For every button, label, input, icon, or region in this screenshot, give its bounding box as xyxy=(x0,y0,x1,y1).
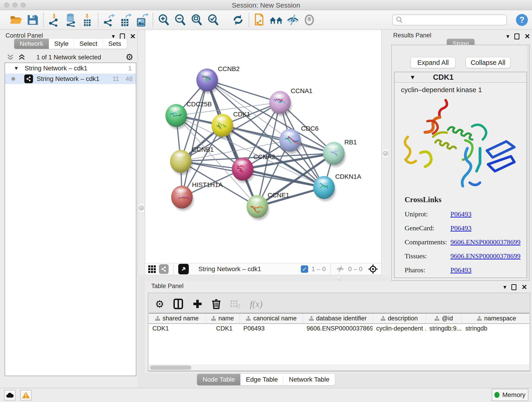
column-header-canonical-name[interactable]: canonical name xyxy=(240,313,303,324)
crosslink-link[interactable]: P06493 xyxy=(450,224,472,232)
table-cell[interactable]: CDK1 xyxy=(205,324,240,333)
share-view-mode-icon[interactable] xyxy=(159,264,169,274)
table-panel: Table Panel ▾ ✕ ⚙ f(x) xyxy=(145,281,532,373)
node-table[interactable]: shared namenamecanonical namedatabase id… xyxy=(149,313,530,365)
results-scrollbar[interactable] xyxy=(527,46,529,280)
node-RB1[interactable]: RB1 xyxy=(323,139,357,167)
table-cell[interactable]: stringdb xyxy=(462,324,530,333)
column-header-database-identifier[interactable]: database identifier xyxy=(303,313,373,324)
zoom-out-button[interactable] xyxy=(172,12,189,28)
table-horizontal-scrollbar[interactable] xyxy=(149,365,530,370)
birdseye-view-icon[interactable] xyxy=(178,264,189,274)
table-cell[interactable]: stringdb:9... xyxy=(426,324,462,333)
selected-checkbox-icon[interactable]: ✓ xyxy=(301,265,308,273)
node-HIST1H1A[interactable]: HIST1H1A xyxy=(171,181,223,211)
tab-style[interactable]: Style xyxy=(49,39,74,49)
memory-button[interactable]: Memory xyxy=(492,389,528,401)
crosslink-link[interactable]: P06493 xyxy=(450,266,472,274)
show-columns-icon[interactable] xyxy=(173,298,183,309)
grid-view-mode-icon[interactable] xyxy=(148,265,156,273)
search-input[interactable] xyxy=(392,14,507,26)
left-splitter-handle[interactable] xyxy=(138,203,145,213)
tab-edge-table[interactable]: Edge Table xyxy=(240,374,283,385)
tab-network[interactable]: Network xyxy=(14,39,49,49)
scrollbar-thumb[interactable] xyxy=(150,366,191,370)
table-panel-menu-caret-icon[interactable]: ▾ xyxy=(503,283,506,291)
save-session-button[interactable] xyxy=(24,12,41,28)
zoom-selected-button[interactable] xyxy=(205,12,222,28)
right-splitter-handle[interactable] xyxy=(382,148,389,158)
network-canvas[interactable]: CCNB2CCNA1CDC25BCDK1CDC6RB1CCNB1CCNA2CDK… xyxy=(145,30,381,263)
table-row[interactable]: CDK1CDK1P064939606.ENSP00000378699cyclin… xyxy=(149,324,530,333)
gene-expand-caret-icon[interactable]: ▼ xyxy=(410,74,416,81)
status-bar: Memory xyxy=(0,388,532,402)
network-row[interactable]: String Network – cdk1 11 48 xyxy=(5,74,136,84)
column-header-name[interactable]: name xyxy=(205,313,240,324)
node-CCNA1[interactable]: CCNA1 xyxy=(269,87,312,116)
string-network-graph[interactable]: CCNB2CCNA1CDC25BCDK1CDC6RB1CCNB1CCNA2CDK… xyxy=(145,30,381,263)
network-panel-gear-icon[interactable]: ⚙ xyxy=(126,52,133,62)
table-cell[interactable]: cyclin-dependent ... xyxy=(373,324,426,333)
left-splitter[interactable] xyxy=(138,30,145,275)
results-panel-float-icon[interactable] xyxy=(514,33,519,39)
export-network-button[interactable] xyxy=(101,12,117,28)
node-CDC25B[interactable]: CDC25B xyxy=(165,101,212,129)
collection-label: String Network – cdk1 xyxy=(25,65,88,72)
tab-node-table[interactable]: Node Table xyxy=(197,374,240,385)
refresh-view-button[interactable] xyxy=(230,12,246,28)
node-CDC6[interactable]: CDC6 xyxy=(279,125,318,154)
collection-expand-caret-icon[interactable]: ▼ xyxy=(14,65,19,71)
string-home-button[interactable] xyxy=(268,12,285,28)
column-header-description[interactable]: description xyxy=(373,313,426,324)
import-table-file-button[interactable] xyxy=(79,12,95,28)
export-image-button[interactable] xyxy=(134,12,150,28)
import-network-file-button[interactable] xyxy=(46,12,63,28)
tab-select[interactable]: Select xyxy=(74,39,103,49)
control-panel-float-icon[interactable] xyxy=(120,33,125,39)
add-column-plus-icon[interactable] xyxy=(192,299,203,309)
collapse-all-button[interactable]: Collapse All xyxy=(466,57,510,68)
table-panel-float-icon[interactable] xyxy=(511,284,516,290)
table-cell[interactable]: P06493 xyxy=(240,324,303,333)
table-settings-gear-icon[interactable]: ⚙ xyxy=(155,298,164,310)
table-cell[interactable]: CDK1 xyxy=(149,324,205,333)
control-panel-close-icon[interactable]: ✕ xyxy=(130,32,136,40)
network-collection-row[interactable]: ▼ String Network – cdk1 1 xyxy=(5,63,136,74)
column-header-namespace[interactable]: namespace xyxy=(462,313,530,324)
results-panel-menu-caret-icon[interactable]: ▾ xyxy=(506,33,509,40)
import-table-icon xyxy=(81,13,94,27)
hidden-eye-slash-icon[interactable] xyxy=(336,265,345,273)
cloud-status-button[interactable] xyxy=(4,390,16,400)
node-CDK1[interactable]: CDK1 xyxy=(211,111,250,139)
column-header-shared-name[interactable]: shared name xyxy=(149,313,205,324)
hide-selected-button[interactable] xyxy=(285,12,301,28)
crosslink-label: Compartments: xyxy=(405,238,450,246)
node-CDKN1A[interactable]: CDKN1A xyxy=(313,173,361,201)
show-all-button[interactable] xyxy=(301,12,317,28)
gene-header-row[interactable]: ▼ CDK1 xyxy=(394,72,526,83)
crosslink-link[interactable]: 9606.ENSP00000378699 xyxy=(450,238,520,246)
open-session-button[interactable] xyxy=(8,12,24,28)
right-splitter[interactable] xyxy=(381,30,389,281)
edge-CCNB2-HIST1H1A[interactable] xyxy=(182,80,207,197)
edge-CCNA2-CDKN1A[interactable] xyxy=(243,169,324,187)
window-title: Session: New Session xyxy=(0,1,532,9)
tab-sets[interactable]: Sets xyxy=(103,39,127,49)
import-network-database-button[interactable] xyxy=(63,12,79,28)
help-button[interactable]: ? xyxy=(516,14,528,26)
expand-all-button[interactable]: Expand All xyxy=(411,57,456,68)
delete-column-trash-icon[interactable] xyxy=(212,298,221,309)
column-header--id[interactable]: @id xyxy=(426,313,462,324)
table-panel-close-icon[interactable]: ✕ xyxy=(521,283,527,291)
crosslink-link[interactable]: P06493 xyxy=(450,210,472,218)
tab-network-table[interactable]: Network Table xyxy=(283,374,335,385)
results-panel-close-icon[interactable]: ✕ xyxy=(525,32,530,40)
string-import-button[interactable] xyxy=(252,12,268,28)
zoom-fit-button[interactable] xyxy=(189,12,205,28)
crosslink-link[interactable]: 9606.ENSP00000378699 xyxy=(450,252,520,260)
export-table-button[interactable] xyxy=(117,12,134,28)
zoom-in-button[interactable] xyxy=(156,12,172,28)
fit-content-crosshair-icon[interactable] xyxy=(368,264,378,274)
table-cell[interactable]: 9606.ENSP00000378699 xyxy=(303,324,373,333)
warnings-button[interactable] xyxy=(20,390,32,400)
